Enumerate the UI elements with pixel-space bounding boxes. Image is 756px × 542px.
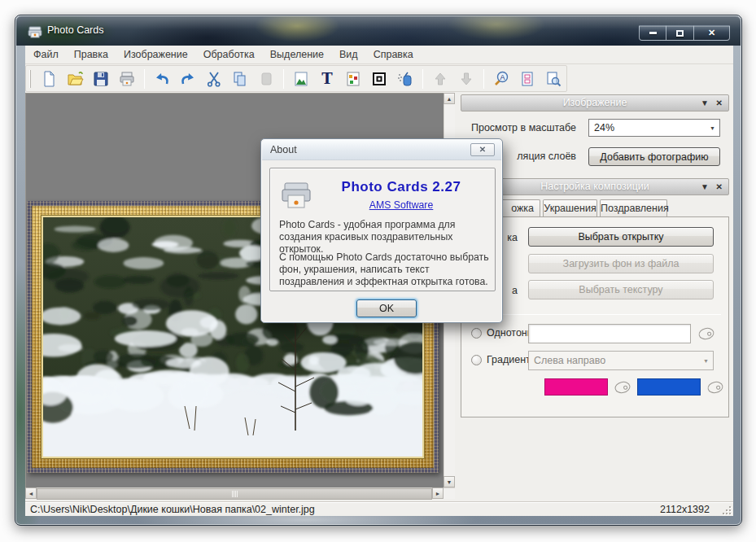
tab-greetings[interactable]: Поздравления bbox=[600, 199, 667, 217]
menu-processing[interactable]: Обработка bbox=[196, 46, 262, 63]
insert-image-icon[interactable] bbox=[292, 70, 310, 88]
scroll-down-button[interactable]: ▼ bbox=[444, 476, 455, 487]
about-dialog-title: About bbox=[270, 144, 297, 155]
scroll-right-icon: ► bbox=[435, 491, 441, 496]
paste-icon[interactable] bbox=[257, 70, 275, 88]
composition-panel-collapse-icon[interactable]: ▼ bbox=[701, 181, 709, 193]
minimize-button[interactable] bbox=[639, 25, 666, 41]
printer-icon bbox=[280, 181, 312, 211]
image-panel-header[interactable]: Изображение ▼ ✕ bbox=[461, 94, 729, 111]
color-picker-icon[interactable] bbox=[696, 326, 717, 342]
combo-arrow-icon: ▼ bbox=[706, 125, 719, 131]
choose-card-button[interactable]: Выбрать открытку bbox=[528, 227, 714, 247]
undo-icon[interactable] bbox=[153, 70, 171, 88]
choose-texture-button[interactable]: Выбрать текстуру bbox=[528, 280, 714, 299]
gradient-start-swatch[interactable] bbox=[544, 378, 608, 396]
screenshot: Photo Cards ✕ ФайлПравкаИзображениеОбраб… bbox=[0, 0, 756, 542]
color-picker-icon[interactable] bbox=[612, 379, 633, 396]
scroll-left-button[interactable]: ◄ bbox=[25, 487, 37, 499]
tab-decorations[interactable]: Украшения bbox=[543, 199, 597, 217]
toolbar: T A bbox=[25, 65, 567, 92]
horizontal-scrollbar[interactable]: ◄ ► bbox=[25, 487, 455, 499]
app-icon bbox=[28, 26, 42, 38]
load-background-button[interactable]: Загрузить фон из файла bbox=[528, 254, 714, 273]
move-up-icon[interactable] bbox=[431, 70, 449, 88]
solid-color-radio[interactable] bbox=[471, 328, 482, 339]
move-down-icon[interactable] bbox=[457, 70, 475, 88]
close-icon: ✕ bbox=[479, 140, 486, 160]
status-bar: C:\Users\Nik\Desktop\Дикие кошки\Новая п… bbox=[25, 501, 733, 516]
image-panel-collapse-icon[interactable]: ▼ bbox=[701, 98, 709, 109]
window-title: Photo Cards bbox=[47, 24, 103, 36]
combo-arrow-icon: ▼ bbox=[699, 358, 713, 364]
toolbar-separator bbox=[283, 69, 284, 89]
gradient-direction-value: Слева направо bbox=[529, 355, 699, 366]
about-info-panel: Photo Cards 2.27 AMS Software Photo Card… bbox=[269, 168, 496, 291]
about-description-2: С помощью Photo Cards достаточно выбрать… bbox=[279, 251, 492, 288]
composition-panel-title: Настройка композиции bbox=[540, 181, 649, 192]
menu-file[interactable]: Файл bbox=[26, 46, 66, 63]
insert-text-icon[interactable]: T bbox=[318, 70, 336, 88]
solid-color-well[interactable] bbox=[528, 324, 691, 343]
image-panel-title: Изображение bbox=[563, 97, 627, 108]
about-dialog: About ✕ Photo Cards 2.27 AMS Software Ph… bbox=[260, 138, 503, 323]
zoom-scale-value: 24% bbox=[589, 122, 706, 133]
zoom-text-icon[interactable]: A bbox=[492, 70, 510, 88]
scroll-down-icon: ▼ bbox=[447, 479, 452, 485]
close-icon: ✕ bbox=[708, 28, 715, 38]
composition-panel-close-icon[interactable]: ✕ bbox=[716, 181, 723, 193]
toolbar-separator bbox=[144, 69, 145, 89]
title-bar[interactable]: Photo Cards ✕ bbox=[16, 16, 741, 46]
about-description-1: Photo Cards - удобная программа для созд… bbox=[279, 219, 492, 256]
gradient-direction-combobox[interactable]: Слева направо ▼ bbox=[528, 351, 714, 370]
color-palette-icon[interactable] bbox=[344, 70, 362, 88]
cut-icon[interactable] bbox=[205, 70, 223, 88]
film-frame-icon[interactable] bbox=[518, 70, 536, 88]
app-name-version: Photo Cards 2.27 bbox=[312, 179, 490, 195]
open-folder-icon[interactable] bbox=[66, 70, 84, 88]
file-path: C:\Users\Nik\Desktop\Дикие кошки\Новая п… bbox=[30, 504, 315, 515]
preview-icon[interactable] bbox=[544, 70, 562, 88]
gradient-radio[interactable] bbox=[471, 355, 482, 365]
add-photo-button[interactable]: Добавить фотографию bbox=[588, 147, 720, 166]
menu-help[interactable]: Справка bbox=[366, 46, 421, 63]
ok-button[interactable]: OK bbox=[356, 299, 417, 317]
image-panel-close-icon[interactable]: ✕ bbox=[716, 98, 723, 109]
menu-edit[interactable]: Правка bbox=[67, 46, 116, 63]
horizontal-scroll-thumb[interactable] bbox=[37, 488, 432, 500]
menu-view[interactable]: Вид bbox=[332, 46, 365, 63]
zoom-scale-label: Просмотр в масштабе bbox=[469, 122, 576, 133]
redo-icon[interactable] bbox=[179, 70, 197, 88]
menu-bar: ФайлПравкаИзображениеОбработкаВыделениеВ… bbox=[25, 46, 733, 64]
scroll-left-icon: ◄ bbox=[28, 491, 34, 496]
scroll-right-button[interactable]: ► bbox=[432, 487, 444, 499]
caption-buttons: ✕ bbox=[639, 25, 730, 41]
svg-text:A: A bbox=[500, 73, 505, 81]
about-close-button[interactable]: ✕ bbox=[470, 143, 495, 156]
spray-icon[interactable] bbox=[396, 70, 414, 88]
maximize-button[interactable] bbox=[666, 25, 694, 41]
about-dialog-titlebar[interactable]: About ✕ bbox=[262, 140, 501, 160]
close-button[interactable]: ✕ bbox=[694, 25, 730, 41]
resize-grip[interactable] bbox=[721, 505, 731, 514]
svg-text:T: T bbox=[321, 70, 333, 87]
color-picker-icon[interactable] bbox=[705, 379, 726, 396]
zoom-scale-combobox[interactable]: 24% ▼ bbox=[588, 119, 720, 137]
toolbar-separator bbox=[483, 69, 484, 89]
save-icon[interactable] bbox=[92, 70, 110, 88]
toolbar-grip[interactable] bbox=[29, 70, 31, 88]
copy-icon[interactable] bbox=[231, 70, 249, 88]
minimize-icon bbox=[649, 32, 657, 34]
new-document-icon[interactable] bbox=[40, 70, 58, 88]
maximize-icon bbox=[676, 30, 684, 37]
print-icon[interactable] bbox=[118, 70, 136, 88]
menu-image[interactable]: Изображение bbox=[116, 46, 195, 63]
menu-selection[interactable]: Выделение bbox=[263, 46, 331, 63]
gradient-end-swatch[interactable] bbox=[637, 378, 701, 396]
frame-icon[interactable] bbox=[370, 70, 388, 88]
scroll-up-button[interactable]: ▲ bbox=[444, 93, 455, 104]
toolbar-separator bbox=[422, 69, 423, 89]
scroll-up-icon: ▲ bbox=[447, 96, 452, 102]
vendor-link[interactable]: AMS Software bbox=[312, 199, 490, 211]
divider bbox=[469, 314, 721, 315]
